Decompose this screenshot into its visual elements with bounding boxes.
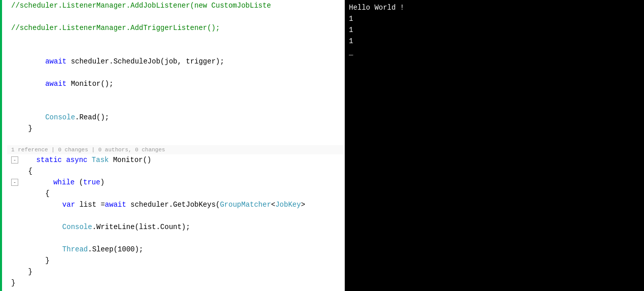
code-line: await Monitor();: [7, 78, 344, 89]
plain-token: ();: [100, 78, 113, 89]
left-bar-indicator: [0, 0, 2, 291]
console-cursor-line: [349, 47, 640, 58]
code-line: Console.Read();: [7, 112, 344, 123]
indent: [11, 78, 45, 89]
plain-token: .: [92, 221, 96, 233]
code-line: [7, 210, 344, 221]
plain-token: (1000);: [114, 244, 144, 255]
class-token: Console: [62, 221, 92, 233]
plain-token: [87, 154, 91, 166]
code-area: //scheduler.ListenerManager.AddJobListen…: [7, 0, 344, 288]
plain-token: [66, 78, 70, 89]
keyword-token: while: [53, 177, 75, 188]
indent: [11, 112, 45, 123]
plain-token: (: [216, 199, 220, 210]
type-token: Task: [92, 154, 109, 166]
code-line: [7, 101, 344, 112]
plain-token: >: [301, 199, 305, 210]
plain-token: }: [11, 277, 15, 288]
code-line: [7, 34, 344, 45]
indent: [19, 177, 53, 188]
plain-token: [109, 154, 113, 166]
code-line: [7, 134, 344, 145]
keyword-token: await: [45, 78, 66, 89]
plain-token: ): [100, 177, 104, 188]
plain-token: ();: [96, 112, 109, 123]
code-line: [7, 45, 344, 56]
method-token: WriteLine: [96, 221, 135, 233]
code-line: Thread.Sleep(1000);: [7, 244, 344, 255]
code-line: }: [7, 123, 344, 134]
console-output-line: 1: [349, 13, 640, 24]
method-token: ScheduleJob: [114, 56, 160, 67]
editor-panel: //scheduler.ListenerManager.AddJobListen…: [0, 0, 345, 291]
code-line: [7, 233, 344, 244]
code-line: }: [7, 266, 344, 277]
console-output-line: Hello World !: [349, 2, 640, 13]
code-line: - while (true): [7, 177, 344, 188]
code-line: {: [7, 188, 344, 199]
indent: [11, 56, 45, 67]
indent: [11, 221, 62, 233]
plain-token: (job, trigger);: [160, 56, 224, 67]
code-line: //scheduler.ListenerManager.AddTriggerLi…: [7, 22, 344, 34]
code-line: [7, 67, 344, 78]
plain-token: [62, 154, 66, 166]
keyword-token: await: [45, 56, 66, 67]
plain-token: (): [143, 154, 152, 166]
type-token: JobKey: [275, 199, 301, 210]
code-line: [7, 11, 344, 22]
collapse-icon[interactable]: -: [11, 156, 18, 164]
console-output-line: 1: [349, 24, 640, 36]
keyword-token: await: [105, 199, 126, 210]
plain-token: {: [11, 166, 32, 177]
comment-token: //scheduler.ListenerManager.AddTriggerLi…: [11, 22, 220, 34]
method-token: Read: [79, 112, 96, 123]
keyword-token: async: [66, 154, 87, 166]
keyword-token: true: [83, 177, 100, 188]
indent: [11, 199, 62, 210]
plain-token: }: [11, 266, 32, 277]
plain-token: (: [75, 177, 83, 188]
plain-token: scheduler.: [126, 199, 173, 210]
code-line: }: [7, 255, 344, 266]
keyword-token: var: [62, 199, 75, 210]
type-token: GroupMatcher: [220, 199, 271, 210]
console-panel: Hello World ! 1 1 1: [345, 0, 644, 291]
plain-token: {: [11, 188, 50, 199]
plain-token: );: [182, 221, 190, 233]
method-token: Sleep: [92, 244, 114, 255]
plain-token: .: [88, 244, 92, 255]
plain-token: (list.: [135, 221, 160, 233]
collapse-icon[interactable]: -: [11, 179, 18, 186]
plain-token: <: [271, 199, 275, 210]
method-token: GetJobKeys: [173, 199, 216, 210]
meta-line: 1 reference | 0 changes | 0 authors, 0 c…: [7, 145, 344, 154]
plain-token: list =: [75, 199, 105, 210]
code-line: //scheduler.ListenerManager.AddJobListen…: [7, 0, 344, 11]
comment-token: //scheduler.ListenerManager.AddJobListen…: [11, 0, 271, 11]
indent: [19, 154, 37, 166]
method-token: Monitor: [71, 78, 101, 89]
keyword-token: static: [37, 154, 62, 166]
console-output-line: 1: [349, 36, 640, 47]
code-line: [7, 89, 344, 101]
code-line: {: [7, 166, 344, 177]
plain-token: }: [11, 255, 50, 266]
code-line: await scheduler.ScheduleJob(job, trigger…: [7, 56, 344, 67]
code-line: Console.WriteLine(list.Count);: [7, 221, 344, 233]
plain-token: scheduler.: [66, 56, 113, 67]
prop-token: Count: [160, 221, 182, 233]
plain-token: }: [11, 123, 32, 134]
code-line: }: [7, 277, 344, 288]
plain-token: .: [75, 112, 79, 123]
code-line: - static async Task Monitor(): [7, 154, 344, 166]
indent: [11, 244, 62, 255]
class-token: Console: [45, 112, 75, 123]
meta-text: 1 reference | 0 changes | 0 authors, 0 c…: [11, 145, 165, 154]
class-token: Thread: [62, 244, 88, 255]
code-line: var list =await scheduler.GetJobKeys(Gro…: [7, 199, 344, 210]
method-token: Monitor: [113, 154, 143, 166]
